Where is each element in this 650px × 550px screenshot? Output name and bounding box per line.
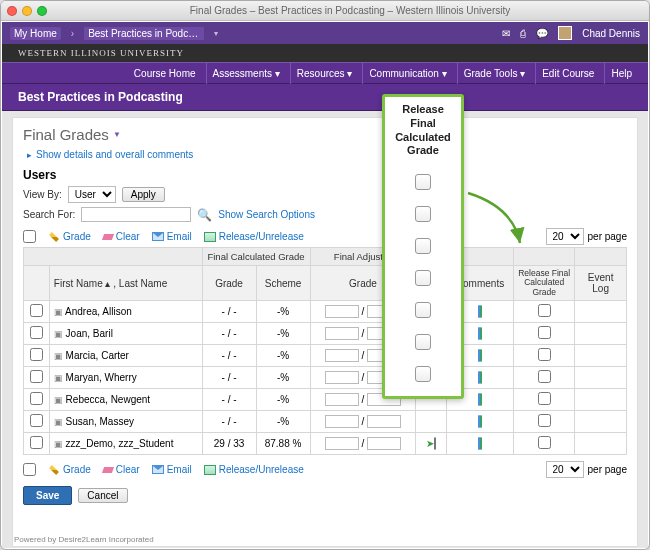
release-checkbox[interactable]	[538, 370, 551, 383]
row-checkbox[interactable]	[30, 436, 43, 449]
callout-checkbox[interactable]	[415, 174, 431, 190]
callout-checkbox[interactable]	[415, 270, 431, 286]
per-page-select[interactable]: 20	[546, 228, 584, 245]
adj-grade-num[interactable]	[325, 371, 359, 384]
view-by-select[interactable]: User	[68, 186, 116, 203]
th-name[interactable]: First Name ▴ , Last Name	[49, 266, 202, 301]
release-tool[interactable]: Release/Unrelease	[204, 464, 304, 475]
adj-grade-den[interactable]	[367, 415, 401, 428]
search-input[interactable]	[81, 207, 191, 222]
nav-edit-course[interactable]: Edit Course	[535, 62, 600, 84]
adj-grade-num[interactable]	[325, 437, 359, 450]
maximize-icon[interactable]	[37, 6, 47, 16]
callout-checkbox[interactable]	[415, 366, 431, 382]
student-name[interactable]: ▣ Maryan, Wherry	[49, 367, 202, 389]
student-name[interactable]: ▣ Joan, Baril	[49, 323, 202, 345]
breadcrumb-course[interactable]: Best Practices in Podc…	[84, 27, 204, 40]
select-all-checkbox-bottom[interactable]	[23, 463, 36, 476]
close-icon[interactable]	[7, 6, 17, 16]
nav-resources[interactable]: Resources ▾	[290, 62, 359, 84]
grade-tool[interactable]: Grade	[48, 231, 91, 243]
feedback-icon[interactable]	[480, 415, 482, 428]
adj-grade-num[interactable]	[325, 349, 359, 362]
apply-button[interactable]: Apply	[122, 187, 165, 202]
callout-checkbox[interactable]	[415, 238, 431, 254]
release-icon	[204, 465, 216, 475]
release-checkbox[interactable]	[538, 392, 551, 405]
window-controls[interactable]	[7, 6, 47, 16]
cancel-button[interactable]: Cancel	[78, 488, 127, 503]
avatar[interactable]	[558, 26, 572, 40]
mail-icon	[152, 465, 164, 474]
nav-assessments[interactable]: Assessments ▾	[206, 62, 286, 84]
eraser-icon	[102, 467, 114, 473]
feedback-icon[interactable]	[480, 393, 482, 406]
calc-grade: - / -	[202, 345, 256, 367]
feedback-icon[interactable]	[480, 327, 482, 340]
release-tool[interactable]: Release/Unrelease	[204, 231, 304, 242]
adj-grade-den[interactable]	[367, 437, 401, 450]
transfer-icon[interactable]: ➤	[426, 438, 434, 449]
eventlog-cell	[575, 433, 627, 455]
row-checkbox[interactable]	[30, 392, 43, 405]
mail-icon[interactable]: ✉	[502, 28, 510, 39]
adj-grade-num[interactable]	[325, 393, 359, 406]
nav-communication[interactable]: Communication ▾	[362, 62, 452, 84]
callout-checkbox[interactable]	[415, 206, 431, 222]
callout-checkbox[interactable]	[415, 334, 431, 350]
student-name[interactable]: ▣ Susan, Massey	[49, 411, 202, 433]
release-cell	[514, 323, 575, 345]
row-checkbox[interactable]	[30, 304, 43, 317]
feedback-icon[interactable]	[480, 371, 482, 384]
release-checkbox[interactable]	[538, 414, 551, 427]
save-button[interactable]: Save	[23, 486, 72, 505]
th-release[interactable]: Release Final Calculated Grade	[514, 266, 575, 301]
email-tool[interactable]: Email	[152, 464, 192, 475]
release-checkbox[interactable]	[538, 304, 551, 317]
student-name[interactable]: ▣ Andrea, Allison	[49, 301, 202, 323]
show-search-options[interactable]: Show Search Options	[218, 209, 315, 220]
feedback-icon[interactable]	[480, 349, 482, 362]
adj-grade-num[interactable]	[325, 327, 359, 340]
minimize-icon[interactable]	[22, 6, 32, 16]
chevron-down-icon[interactable]: ▾	[214, 29, 218, 38]
home-link[interactable]: My Home	[10, 27, 61, 40]
release-checkbox[interactable]	[538, 436, 551, 449]
user-name[interactable]: Chad Dennis	[582, 28, 640, 39]
chevron-down-icon[interactable]: ▼	[113, 130, 121, 139]
row-checkbox[interactable]	[30, 348, 43, 361]
show-details-link[interactable]: ▸ Show details and overall comments	[27, 149, 627, 160]
student-name[interactable]: ▣ Rebecca, Newgent	[49, 389, 202, 411]
release-checkbox[interactable]	[538, 348, 551, 361]
nav-grade-tools[interactable]: Grade Tools ▾	[457, 62, 532, 84]
th-eventlog[interactable]: Event Log	[575, 266, 627, 301]
student-name[interactable]: ▣ Marcia, Carter	[49, 345, 202, 367]
eventlog-cell	[575, 411, 627, 433]
chat-icon[interactable]: 💬	[536, 28, 548, 39]
page-title[interactable]: Final Grades ▼	[23, 126, 627, 143]
release-checkbox[interactable]	[538, 326, 551, 339]
pager-icon[interactable]: ⎙	[520, 28, 526, 39]
clear-tool[interactable]: Clear	[103, 231, 140, 242]
feedback-icon[interactable]	[480, 305, 482, 318]
row-checkbox[interactable]	[30, 414, 43, 427]
select-all-checkbox[interactable]	[23, 230, 36, 243]
callout-checkbox[interactable]	[415, 302, 431, 318]
student-name[interactable]: ▣ zzz_Demo, zzz_Student	[49, 433, 202, 455]
th-grade[interactable]: Grade	[202, 266, 256, 301]
trash-icon[interactable]	[434, 437, 436, 450]
grade-tool[interactable]: Grade	[48, 464, 91, 476]
per-page-select[interactable]: 20	[546, 461, 584, 478]
nav-help[interactable]: Help	[604, 62, 638, 84]
adj-grade-num[interactable]	[325, 415, 359, 428]
email-tool[interactable]: Email	[152, 231, 192, 242]
search-icon[interactable]: 🔍	[197, 208, 212, 222]
th-scheme[interactable]: Scheme	[256, 266, 310, 301]
search-for-label: Search For:	[23, 209, 75, 220]
adj-grade-num[interactable]	[325, 305, 359, 318]
feedback-icon[interactable]	[480, 437, 482, 450]
clear-tool[interactable]: Clear	[103, 464, 140, 475]
row-checkbox[interactable]	[30, 370, 43, 383]
nav-course-home[interactable]: Course Home	[128, 62, 202, 84]
row-checkbox[interactable]	[30, 326, 43, 339]
